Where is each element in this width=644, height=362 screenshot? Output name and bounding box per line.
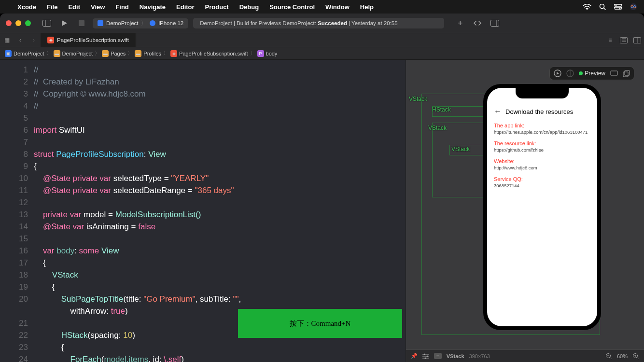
adjust-editor-button[interactable]	[617, 33, 630, 47]
breadcrumb[interactable]: ▣DemoProject〉 ▬DemoProject〉 ▬Pages〉 ▬Pro…	[0, 47, 644, 60]
link-block: The resource link: https://github.com/fz…	[494, 140, 590, 153]
svg-point-29	[424, 353, 425, 355]
nav-back-button[interactable]: ‹	[14, 33, 27, 47]
back-arrow-icon[interactable]: ←	[494, 107, 502, 116]
svg-line-2	[604, 8, 606, 10]
live-preview-button[interactable]	[554, 70, 561, 77]
scheme-device: iPhone 12	[158, 20, 183, 26]
page-title: Download the resources	[505, 108, 573, 115]
zoom-window-button[interactable]	[25, 20, 31, 26]
toggle-inspector-button[interactable]	[489, 17, 501, 29]
svg-rect-10	[79, 20, 84, 26]
adjust-icon[interactable]	[422, 353, 429, 359]
scheme-project: DemoProject	[106, 20, 138, 26]
svg-rect-11	[491, 20, 499, 27]
property-icon: P	[257, 50, 264, 57]
inspect-preview-button[interactable]	[566, 70, 574, 77]
spotlight-icon[interactable]	[599, 3, 606, 11]
code-content: // // Created by LiFazhan // Copyright ©…	[34, 60, 241, 362]
window-controls	[6, 20, 31, 26]
preview-status-dot	[579, 71, 583, 75]
scheme-selector[interactable]: DemoProject 〉 iPhone 12	[93, 18, 188, 28]
svg-line-34	[610, 357, 612, 359]
menubar-edit[interactable]: Edit	[63, 3, 85, 11]
svg-point-6	[619, 8, 621, 9]
svg-rect-24	[623, 72, 628, 77]
svg-point-31	[425, 357, 426, 359]
nav-forward-button[interactable]: ›	[27, 33, 41, 47]
preview-toolbar: Preview	[549, 67, 634, 80]
siri-icon[interactable]	[630, 3, 637, 11]
menubar-product[interactable]: Product	[200, 3, 234, 11]
menubar-navigate[interactable]: Navigate	[135, 3, 170, 11]
swift-file-icon: ◈	[170, 50, 177, 57]
annotation-hstack: HStack	[432, 106, 451, 113]
menubar-editor[interactable]: Editor	[171, 3, 199, 11]
link-block: Service QQ: 3068527144	[494, 176, 590, 188]
folder-icon: ▬	[54, 50, 60, 57]
zoom-level[interactable]: 60%	[617, 353, 628, 359]
macos-menubar: Xcode File Edit View Find Navigate Edito…	[0, 0, 644, 14]
minimap-button[interactable]: ≡	[603, 33, 617, 47]
selection-dimensions: 390×763	[469, 353, 490, 359]
toggle-navigator-button[interactable]	[41, 17, 53, 29]
pin-icon[interactable]: 📌	[411, 353, 418, 359]
swift-file-icon: ◈	[47, 37, 54, 43]
build-status[interactable]: DemoProject | Build for Previews DemoPro…	[193, 18, 444, 28]
zoom-out-button[interactable]	[605, 353, 612, 360]
svg-point-0	[587, 9, 588, 10]
svg-point-30	[427, 355, 428, 357]
preview-canvas[interactable]: Preview VStack HStack VStack VStack ←	[406, 60, 644, 362]
menubar-window[interactable]: Window	[321, 3, 354, 11]
preview-device-frame: ← Download the resources The app link: h…	[483, 84, 601, 330]
selection-label: VStack	[447, 353, 464, 359]
link-block: Website: http://www.hdjc8.com	[494, 158, 590, 170]
link-block: The app link: https://itunes.apple.com/c…	[494, 123, 590, 135]
svg-line-38	[637, 357, 639, 359]
annotation-vstack: VStack	[428, 125, 447, 131]
tab-bar: ▦ ‹ › ◈ PageProfileSubscription.swift ≡	[0, 33, 644, 47]
selection-type-badge: ≡	[434, 353, 442, 359]
folder-icon: ▬	[102, 50, 109, 57]
menubar-find[interactable]: Find	[111, 3, 133, 11]
menubar-app[interactable]: Xcode	[13, 3, 41, 11]
line-gutter: 123456789101112131415161718192021222324	[0, 60, 34, 362]
wifi-icon[interactable]	[583, 4, 591, 10]
preview-app-content: ← Download the resources The app link: h…	[487, 88, 597, 188]
run-button[interactable]	[58, 17, 70, 29]
zoom-in-button[interactable]	[632, 353, 639, 360]
annotation-vstack: VStack	[409, 96, 427, 102]
related-items-button[interactable]: ▦	[0, 33, 14, 47]
svg-rect-5	[614, 7, 622, 9]
shortcut-hint-overlay: 按下：Command+N	[238, 309, 402, 338]
svg-rect-22	[611, 71, 617, 75]
menubar-view[interactable]: View	[86, 3, 110, 11]
menubar-debug[interactable]: Debug	[235, 3, 264, 11]
svg-point-4	[616, 5, 617, 6]
preview-device-button[interactable]	[610, 70, 618, 76]
file-tab[interactable]: ◈ PageProfileSubscription.swift	[41, 33, 136, 47]
code-editor[interactable]: 123456789101112131415161718192021222324 …	[0, 60, 406, 362]
svg-rect-3	[614, 4, 622, 6]
add-button[interactable]: +	[454, 17, 466, 29]
folder-icon: ▬	[135, 50, 141, 57]
preview-bottom-bar: 📌 ≡ VStack 390×763 60%	[406, 349, 644, 362]
menubar-help[interactable]: Help	[355, 3, 378, 11]
preview-status[interactable]: Preview	[579, 70, 605, 77]
annotation-vstack: VStack	[451, 146, 470, 153]
close-window-button[interactable]	[6, 20, 12, 26]
control-center-icon[interactable]	[614, 4, 622, 10]
stop-button[interactable]	[75, 17, 88, 29]
minimize-window-button[interactable]	[15, 20, 21, 26]
device-notch	[516, 88, 569, 98]
menubar-file[interactable]: File	[42, 3, 62, 11]
project-icon: ▣	[5, 50, 12, 57]
menubar-source-control[interactable]: Source Control	[265, 3, 320, 11]
svg-rect-8	[43, 20, 51, 27]
preview-duplicate-button[interactable]	[623, 70, 630, 77]
xcode-toolbar: DemoProject 〉 iPhone 12 DemoProject | Bu…	[0, 14, 644, 33]
code-review-button[interactable]	[471, 17, 484, 29]
svg-rect-25	[625, 70, 630, 75]
file-tab-label: PageProfileSubscription.swift	[57, 37, 129, 43]
add-editor-button[interactable]	[630, 33, 644, 47]
